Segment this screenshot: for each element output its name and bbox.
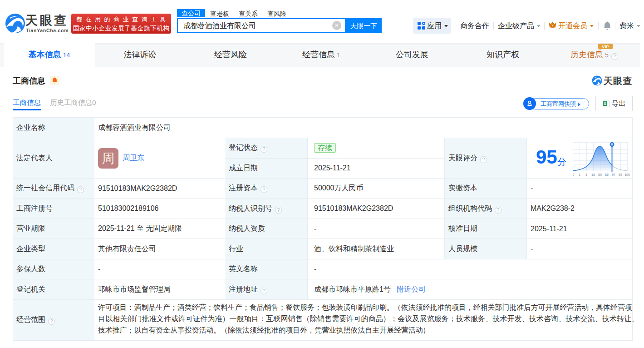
- svg-text:100: 100: [624, 173, 630, 176]
- svg-text:85: 85: [605, 173, 609, 176]
- svg-text:3: 3: [585, 173, 587, 176]
- svg-text:1: 1: [579, 173, 580, 176]
- svg-text:15: 15: [591, 173, 595, 176]
- svg-text:VIP: VIP: [602, 44, 609, 49]
- svg-text:0: 0: [573, 173, 574, 176]
- svg-text:50: 50: [598, 173, 602, 176]
- svg-text:97: 97: [612, 173, 615, 176]
- svg-text:99: 99: [619, 173, 622, 176]
